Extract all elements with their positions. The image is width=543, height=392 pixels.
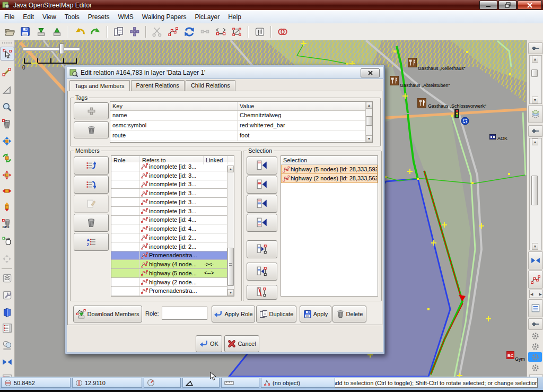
add-selected-at-start-button[interactable]: [247, 156, 277, 175]
sort-members-button[interactable]: [74, 233, 109, 251]
zoom-slider[interactable]: [23, 47, 80, 51]
toggle-dialogs-button[interactable]: [252, 25, 267, 39]
menu-help[interactable]: Help: [224, 11, 246, 23]
conflicts-panel-button[interactable]: [1, 355, 13, 368]
panel-pin-button[interactable]: [528, 42, 543, 54]
delete-tool-button[interactable]: [1, 118, 13, 130]
rotate-tool-button[interactable]: [1, 152, 13, 164]
dialog-close-button[interactable]: [361, 68, 380, 77]
tag-row[interactable]: osmc:symbol red:white:red_bar: [110, 121, 372, 131]
copy-button[interactable]: [111, 25, 126, 39]
duplicate-button[interactable]: Duplicate: [256, 306, 296, 323]
cancel-button[interactable]: Cancel: [224, 335, 259, 352]
open-button[interactable]: [2, 25, 16, 39]
tab-parent-relations[interactable]: Parent Relations: [131, 80, 185, 91]
member-row[interactable]: incomplete [id: 4...: [111, 216, 234, 225]
download-members-button[interactable]: Download Members: [73, 306, 142, 323]
apply-role-button[interactable]: Apply Role: [212, 306, 255, 323]
way-panel-icon-button[interactable]: [528, 271, 543, 289]
remove-member-button[interactable]: [74, 214, 109, 232]
move-tool-button[interactable]: [1, 135, 13, 147]
undo-button[interactable]: [73, 25, 87, 39]
panel-pin-button[interactable]: [528, 125, 543, 137]
selection-panel-icon-button[interactable]: [528, 299, 543, 317]
add-selected-at-end-button[interactable]: [247, 214, 277, 232]
scale-vertical-tool-button[interactable]: [1, 201, 13, 213]
menu-file[interactable]: File: [0, 11, 19, 23]
zoom-tool-button[interactable]: [1, 101, 13, 114]
tags-table[interactable]: Key Value name Chemnitztalweg osmc:symbo…: [110, 101, 373, 143]
preset-gear-button[interactable]: [528, 331, 542, 341]
tag-row[interactable]: name Chemnitztalweg: [110, 111, 372, 121]
add-selected-after-button[interactable]: [247, 195, 277, 213]
move-member-up-button[interactable]: [74, 156, 109, 175]
member-row[interactable]: incomplete [id: 4...: [111, 224, 234, 233]
menu-presets[interactable]: Presets: [84, 11, 114, 23]
toolbar-handle-icon[interactable]: [2, 41, 12, 45]
members-table[interactable]: Role Refers to Linked incomplete [id: 3.…: [111, 155, 234, 297]
member-row-selected[interactable]: Promenadenstra...: [111, 251, 234, 260]
delete-tag-button[interactable]: [74, 121, 109, 138]
delete-gpx-tool-button[interactable]: GPX: [1, 217, 13, 230]
map-settings-button[interactable]: [1, 289, 13, 301]
apply-button[interactable]: Apply: [300, 306, 331, 323]
dialog-titlebar[interactable]: Edit relation #164,783 in layer 'Data La…: [67, 67, 383, 79]
scale-tool-button[interactable]: [1, 169, 13, 181]
member-row[interactable]: highway (2 node...: [111, 278, 234, 287]
move-member-down-button[interactable]: [74, 176, 109, 194]
menu-walking-papers[interactable]: Walking Papers: [138, 11, 191, 23]
tag-row[interactable]: route foot: [110, 131, 372, 141]
conflict-panel-icon-button[interactable]: [528, 251, 543, 269]
member-row[interactable]: incomplete [id: 2...: [111, 242, 234, 251]
member-row[interactable]: incomplete [id: 3...: [111, 295, 234, 297]
save-button[interactable]: [18, 25, 32, 39]
member-row[interactable]: Promenadenstra...: [111, 287, 234, 296]
panel-pin-button[interactable]: [528, 318, 543, 330]
selection-table[interactable]: Selection highway (5 nodes) [id: 28,333,…: [281, 155, 378, 297]
history-panel-button[interactable]: [1, 306, 13, 318]
parallel-way-button[interactable]: [275, 25, 290, 39]
scrollbar-thumb[interactable]: [531, 176, 538, 205]
scroll-up-icon[interactable]: ▲: [366, 102, 372, 109]
member-row[interactable]: incomplete [id: 3...: [111, 189, 234, 198]
remove-selected-button[interactable]: [247, 285, 277, 300]
member-row[interactable]: incomplete [id: 3...: [111, 171, 234, 180]
layers-panel-icon-button[interactable]: [528, 105, 543, 123]
scroll-down-icon[interactable]: ▼: [227, 289, 234, 296]
zoom-slider-thumb[interactable]: [59, 43, 64, 54]
scroll-up-icon[interactable]: ▲: [532, 138, 538, 145]
scroll-right-icon[interactable]: ▶: [539, 292, 542, 296]
preset-gear-button[interactable]: [528, 342, 542, 351]
orthogonalize-button[interactable]: [230, 25, 244, 39]
scroll-left-icon[interactable]: ◀: [530, 292, 533, 296]
tags-scrollbar[interactable]: ▲ ▼: [365, 102, 372, 142]
select-tool-button[interactable]: [1, 47, 14, 60]
combine-way-button[interactable]: [166, 25, 180, 39]
upload-button[interactable]: [50, 25, 64, 39]
measure-tool-button[interactable]: [1, 84, 13, 97]
layers-panel-button[interactable]: [1, 272, 13, 284]
scroll-down-icon[interactable]: ▼: [532, 97, 538, 103]
selection-row[interactable]: highway (5 nodes) [id: 28,333,592: [281, 165, 378, 174]
grab-node-tool-button[interactable]: [1, 234, 13, 247]
member-row[interactable]: incomplete [id: 3...: [111, 207, 234, 216]
ok-button[interactable]: OK: [196, 335, 222, 352]
member-row-linked[interactable]: highway (4 node...-><-: [111, 260, 234, 269]
deselect-members-button[interactable]: [247, 263, 277, 281]
merge-button[interactable]: [127, 25, 142, 39]
panel-hscrollbar[interactable]: ◀▶: [529, 290, 543, 298]
menu-view[interactable]: View: [38, 11, 60, 23]
panel-scrollbar[interactable]: ▲ ▼: [529, 138, 542, 250]
maximize-button[interactable]: [498, 1, 516, 10]
delete-button[interactable]: Delete: [332, 306, 366, 323]
scrollbar-thumb[interactable]: [366, 116, 372, 126]
update-data-button[interactable]: [182, 25, 196, 39]
scroll-up-icon[interactable]: ▲: [532, 56, 538, 63]
scale-horizontal-tool-button[interactable]: [1, 185, 13, 197]
minimize-button[interactable]: [479, 1, 497, 10]
role-input[interactable]: [162, 307, 207, 320]
member-row-linked[interactable]: highway (5 node...<-->: [111, 269, 234, 278]
selection-row[interactable]: highway (2 nodes) [id: 28,333,562: [281, 174, 378, 183]
select-members-button[interactable]: [247, 240, 277, 258]
member-row[interactable]: incomplete [id: 3...: [111, 162, 234, 171]
